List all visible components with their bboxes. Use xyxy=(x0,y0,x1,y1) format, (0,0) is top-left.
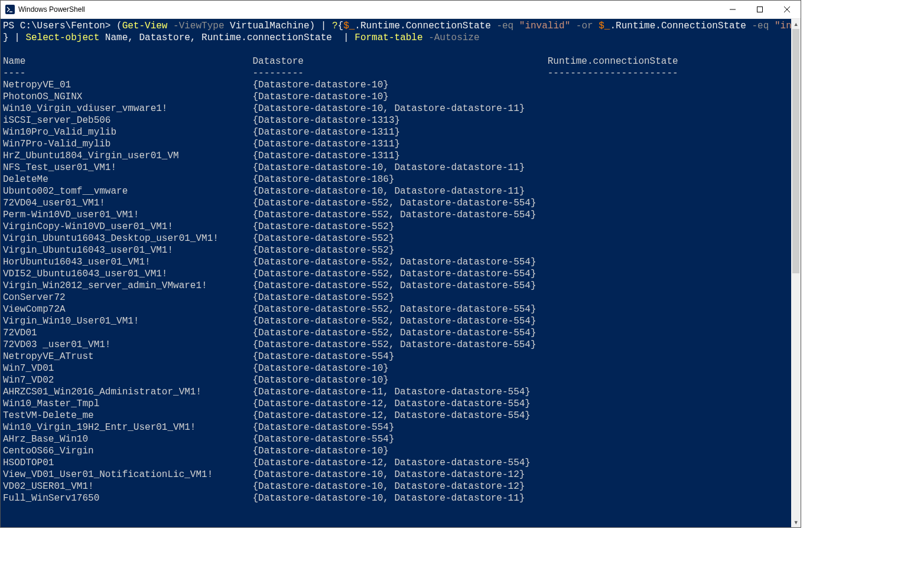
table-row: TestVM-Delete_me {Datastore-datastore-12… xyxy=(3,410,789,422)
table-row: 72VD04_user01_VM1! {Datastore-datastore-… xyxy=(3,197,789,209)
table-row: 72VD01 {Datastore-datastore-552, Datasto… xyxy=(3,327,789,339)
table-row: DeleteMe {Datastore-datastore-186} xyxy=(3,174,789,185)
maximize-button[interactable] xyxy=(746,1,773,18)
table-row: ConServer72 {Datastore-datastore-552} xyxy=(3,292,789,303)
maximize-icon xyxy=(757,6,763,12)
table-row: iSCSI_server_Deb506 {Datastore-datastore… xyxy=(3,115,789,126)
table-row: NFS_Test_user01_VM1! {Datastore-datastor… xyxy=(3,162,789,174)
titlebar[interactable]: Windows PowerShell xyxy=(1,1,801,19)
table-row: CentoOS66_Virgin {Datastore-datastore-10… xyxy=(3,445,789,457)
table-row: HrZ_Ubuntu1804_Virgin_user01_VM {Datasto… xyxy=(3,150,789,162)
table-row: Win10_Master_Tmpl {Datastore-datastore-1… xyxy=(3,398,789,410)
table-row: View_VD01_User01_NotificationLic_VM1! {D… xyxy=(3,469,789,481)
table-row: HSODTOP01 {Datastore-datastore-12, Datas… xyxy=(3,457,789,469)
table-row: PhotonOS_NGINX {Datastore-datastore-10} xyxy=(3,91,789,103)
close-button[interactable] xyxy=(773,1,801,18)
window-title: Windows PowerShell xyxy=(18,5,85,14)
table-row: Win10_Virgin_vdiuser_vmware1! {Datastore… xyxy=(3,103,789,115)
table-row: Perm-Win10VD_user01_VM1! {Datastore-data… xyxy=(3,209,789,221)
table-header: Name Datastore Runtime.connectionState xyxy=(3,55,789,67)
console-area: PS C:\Users\Fenton> (Get-View -ViewType … xyxy=(1,19,801,527)
table-row: Virgin_Win2012_server_admin_VMware1! {Da… xyxy=(3,280,789,292)
table-row: NetropyVE_ATrust {Datastore-datastore-55… xyxy=(3,351,789,362)
scrollbar-track[interactable] xyxy=(791,29,801,517)
table-row: Full_WinServ17650 {Datastore-datastore-1… xyxy=(3,492,789,504)
svg-rect-3 xyxy=(757,7,763,12)
table-row: Virgin_Win10_User01_VM1! {Datastore-data… xyxy=(3,315,789,327)
table-row: VirginCopy-Win10VD_user01_VM1! {Datastor… xyxy=(3,221,789,233)
minimize-icon xyxy=(730,6,736,12)
table-row: ViewComp72A {Datastore-datastore-552, Da… xyxy=(3,303,789,315)
table-row: Win7Pro-Valid_mylib {Datastore-datastore… xyxy=(3,138,789,150)
table-row: Virgin_Ubuntu16043_user01_VM1! {Datastor… xyxy=(3,244,789,256)
powershell-window: Windows PowerShell PS C:\Users\Fenton> (… xyxy=(0,0,801,528)
table-row: Virgin_Ubuntu16043_Desktop_user01_VM1! {… xyxy=(3,233,789,244)
table-row: VDI52_Ubuntu16043_user01_VM1! {Datastore… xyxy=(3,268,789,280)
table-row: VD02_USER01_VM1! {Datastore-datastore-10… xyxy=(3,481,789,492)
table-row: Ubunto002_tomf__vmware {Datastore-datast… xyxy=(3,185,789,197)
scrollbar-thumb[interactable] xyxy=(792,29,799,273)
vertical-scrollbar[interactable]: ▲ ▼ xyxy=(791,19,801,527)
table-row: NetropyVE_01 {Datastore-datastore-10} xyxy=(3,79,789,91)
table-row: Win7_VD02 {Datastore-datastore-10} xyxy=(3,374,789,386)
scroll-down-button[interactable]: ▼ xyxy=(791,517,801,527)
table-row: Win10_Virgin_19H2_Entr_User01_VM1! {Data… xyxy=(3,422,789,433)
table-row: Win7_VD01 {Datastore-datastore-10} xyxy=(3,362,789,374)
table-row: HorUbuntu16043_user01_VM1! {Datastore-da… xyxy=(3,256,789,268)
scroll-up-button[interactable]: ▲ xyxy=(791,19,801,29)
svg-rect-0 xyxy=(5,5,15,14)
table-row: AHRZCS01_Win2016_Administrator_VM1! {Dat… xyxy=(3,386,789,398)
table-row: Win10Pro_Valid_mylib {Datastore-datastor… xyxy=(3,126,789,138)
table-row: AHrz_Base_Win10 {Datastore-datastore-554… xyxy=(3,433,789,445)
minimize-button[interactable] xyxy=(719,1,746,18)
close-icon xyxy=(784,6,790,12)
console-output[interactable]: PS C:\Users\Fenton> (Get-View -ViewType … xyxy=(1,19,791,527)
table-row: 72VD03 _user01_VM1! {Datastore-datastore… xyxy=(3,339,789,351)
powershell-icon xyxy=(5,5,15,14)
